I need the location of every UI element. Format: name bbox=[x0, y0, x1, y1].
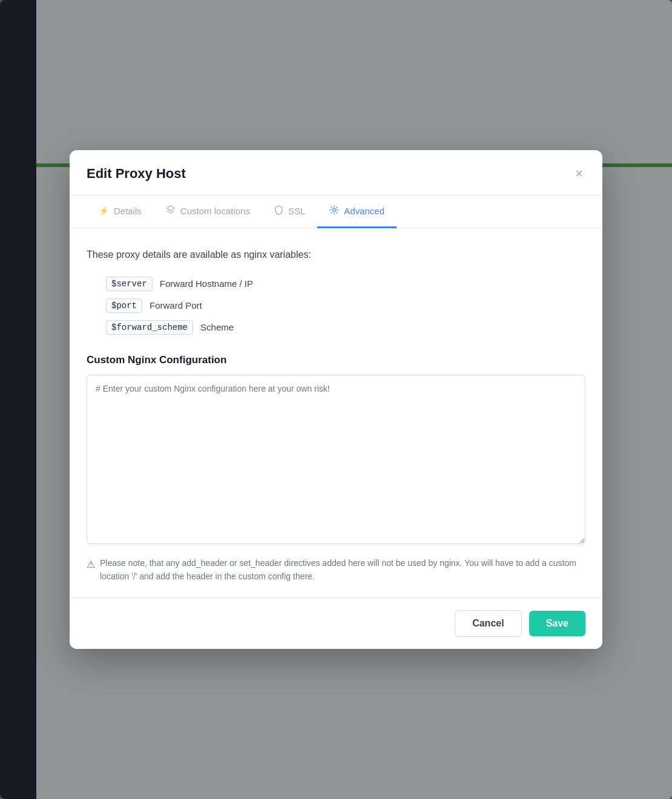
tab-advanced-label: Advanced bbox=[344, 206, 384, 216]
var-code-forward-scheme: $forward_scheme bbox=[106, 320, 193, 335]
var-code-server: $server bbox=[106, 277, 153, 291]
warning-text-content: Please note, that any add_header or set_… bbox=[100, 556, 585, 584]
modal-footer: Cancel Save bbox=[70, 597, 602, 649]
list-item: $port Forward Port bbox=[106, 298, 585, 313]
tab-details-label: Details bbox=[114, 206, 142, 216]
modal-overlay: Edit Proxy Host × ⚡ Details Custo bbox=[0, 0, 672, 799]
cancel-button[interactable]: Cancel bbox=[455, 610, 521, 637]
var-desc-port: Forward Port bbox=[150, 300, 202, 311]
nginx-section-title: Custom Nginx Configuration bbox=[87, 354, 585, 366]
modal-title: Edit Proxy Host bbox=[87, 166, 186, 182]
tab-bar: ⚡ Details Custom locations bbox=[70, 196, 602, 228]
bolt-icon: ⚡ bbox=[99, 206, 109, 215]
list-item: $server Forward Hostname / IP bbox=[106, 277, 585, 291]
tab-ssl-label: SSL bbox=[288, 206, 305, 216]
modal-body: These proxy details are available as ngi… bbox=[70, 228, 602, 598]
tab-ssl[interactable]: SSL bbox=[262, 196, 317, 228]
save-button[interactable]: Save bbox=[529, 611, 585, 636]
variable-list: $server Forward Hostname / IP $port Forw… bbox=[87, 277, 585, 335]
svg-point-0 bbox=[333, 208, 336, 211]
tab-advanced[interactable]: Advanced bbox=[317, 196, 397, 228]
nginx-config-textarea[interactable] bbox=[87, 375, 585, 544]
gear-icon bbox=[329, 205, 339, 217]
edit-proxy-host-modal: Edit Proxy Host × ⚡ Details Custo bbox=[70, 150, 602, 649]
var-desc-forward-scheme: Scheme bbox=[200, 322, 234, 332]
list-item: $forward_scheme Scheme bbox=[106, 320, 585, 335]
var-code-port: $port bbox=[106, 298, 142, 313]
warning-message: ⚠ Please note, that any add_header or se… bbox=[87, 556, 585, 584]
shield-icon bbox=[274, 205, 283, 217]
modal-header: Edit Proxy Host × bbox=[70, 150, 602, 196]
tab-custom-locations-label: Custom locations bbox=[180, 206, 250, 216]
close-button[interactable]: × bbox=[573, 165, 585, 183]
layers-icon bbox=[166, 205, 176, 217]
warning-icon: ⚠ bbox=[87, 557, 95, 573]
tab-custom-locations[interactable]: Custom locations bbox=[154, 196, 262, 228]
tab-details[interactable]: ⚡ Details bbox=[87, 196, 154, 228]
intro-text: These proxy details are available as ngi… bbox=[87, 248, 585, 262]
var-desc-server: Forward Hostname / IP bbox=[160, 278, 253, 289]
